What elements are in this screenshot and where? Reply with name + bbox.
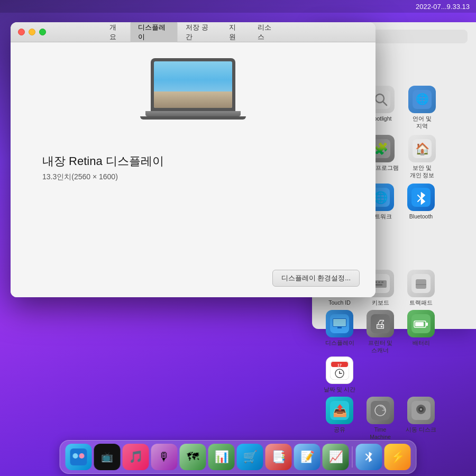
desktop: 2022-07...9.33.13 검색 🍎	[0, 0, 476, 476]
timemachine-icon	[367, 397, 394, 424]
svg-line-68	[366, 457, 369, 460]
dock-item-numbers[interactable]: 📊	[208, 444, 235, 470]
grid-item-trackpad[interactable]: 트랙패드	[402, 270, 440, 307]
svg-point-63	[420, 408, 422, 410]
svg-point-66	[79, 453, 85, 459]
svg-line-67	[366, 454, 369, 457]
dock-item-word[interactable]: 📝	[294, 444, 321, 470]
svg-rect-34	[378, 281, 380, 283]
laptop-screen-inner	[154, 61, 232, 108]
grid-item-display[interactable]: 디스플레이	[321, 310, 359, 354]
svg-rect-35	[381, 281, 383, 283]
display-content: 내장 Retina 디스플레이 13.3인치(2560 × 1600) 디스플레…	[11, 42, 376, 297]
grid-item-security[interactable]: 🏠 보안 및개인 정보	[403, 135, 441, 179]
grid-item-sharing[interactable]: 📤 공유	[321, 397, 359, 441]
dock-item-excel[interactable]: 📈	[323, 444, 349, 470]
dock-item-music[interactable]: 🎵	[123, 444, 149, 470]
dock: 📺 🎵 🎙 🗺 📊 🛒 📑 📝 📈 ⚡	[60, 440, 417, 474]
dock-item-bolt[interactable]: ⚡	[385, 444, 411, 470]
grid-item-timemachine[interactable]: TimeMachine	[361, 397, 399, 441]
startup-icon	[407, 397, 435, 424]
grid-item-startup[interactable]: 시동 디스크	[402, 397, 440, 441]
svg-rect-38	[416, 279, 426, 289]
menubar-time: 2022-07...9.33.13	[416, 3, 470, 11]
datetime-icon: 17	[326, 356, 353, 384]
svg-point-65	[73, 453, 78, 459]
close-button[interactable]	[18, 29, 25, 35]
dock-item-appstore[interactable]: 🛒	[237, 444, 263, 470]
security-icon: 🏠	[408, 135, 436, 162]
svg-rect-49	[426, 323, 428, 326]
battery-icon	[407, 310, 435, 337]
sharing-label: 공유	[334, 426, 345, 434]
keyboard-label: 키보드	[372, 299, 389, 307]
display-title: 내장 Retina 디스플레이	[42, 153, 164, 169]
sharing-icon: 📤	[326, 397, 353, 424]
syspref-window: 개요 디스플레이 저장 공간 지원 리소스 내장 Retina 디스플레이 13…	[11, 22, 376, 297]
dock-item-podcasts[interactable]: 🎙	[151, 444, 178, 470]
svg-text:17: 17	[337, 363, 342, 367]
laptop-screen-outer	[151, 58, 235, 111]
minimize-button[interactable]	[29, 29, 35, 35]
traffic-lights	[18, 29, 46, 35]
grid-item-language[interactable]: 🌐 언어 및지역	[403, 86, 441, 130]
maximize-button[interactable]	[39, 29, 46, 35]
svg-text:🧩: 🧩	[374, 142, 389, 156]
grid-row-4b: 📤 공유 TimeMachine	[312, 396, 476, 442]
printer-icon: 🖨	[367, 310, 394, 337]
svg-rect-43	[337, 327, 342, 328]
svg-text:🌐: 🌐	[416, 93, 429, 105]
datetime-label: 날짜 및 시간	[324, 386, 356, 393]
grid-item-datetime[interactable]: 17 날짜 및 시간	[321, 356, 359, 393]
dock-item-maps[interactable]: 🗺	[180, 444, 206, 470]
grid-item-printer[interactable]: 🖨 프린터 및스캐너	[361, 310, 399, 354]
svg-rect-64	[70, 448, 87, 465]
menubar: 2022-07...9.33.13	[0, 0, 476, 13]
printer-label: 프린터 및스캐너	[368, 340, 393, 354]
laptop-illustration	[140, 58, 246, 138]
svg-text:📤: 📤	[333, 404, 347, 418]
svg-text:🏠: 🏠	[415, 142, 430, 156]
tab-resources[interactable]: 리소스	[250, 22, 284, 44]
svg-rect-48	[415, 322, 424, 326]
trackpad-icon	[407, 270, 435, 297]
bluetooth-label: Bluetooth	[409, 213, 433, 221]
grid-row-4: 디스플레이 🖨 프린터 및스캐너	[312, 308, 476, 396]
grid-item-battery[interactable]: 배터리	[402, 310, 440, 354]
laptop-base	[145, 111, 241, 116]
svg-text:🖨: 🖨	[374, 317, 386, 331]
tab-support[interactable]: 지원	[222, 22, 249, 44]
tab-display[interactable]: 디스플레이	[131, 22, 178, 44]
laptop-bottom	[140, 116, 246, 120]
svg-rect-42	[333, 319, 346, 326]
timemachine-label: TimeMachine	[370, 426, 391, 441]
dock-item-powerpoint[interactable]: 📑	[266, 444, 292, 470]
dock-item-bluetooth[interactable]	[356, 444, 382, 470]
display-resolution: 13.3인치(2560 × 1600)	[42, 172, 118, 182]
grid-item-bluetooth[interactable]: Bluetooth	[402, 184, 440, 227]
language-label: 언어 및지역	[413, 115, 432, 130]
touchid-label: Touch ID	[328, 299, 350, 307]
language-icon: 🌐	[408, 86, 436, 113]
startup-label: 시동 디스크	[406, 426, 436, 434]
window-titlebar: 개요 디스플레이 저장 공간 지원 리소스	[11, 22, 376, 42]
display-icon	[326, 310, 353, 337]
dock-item-finder[interactable]	[66, 444, 92, 470]
tab-storage[interactable]: 저장 공간	[178, 22, 221, 44]
tab-overview[interactable]: 개요	[102, 22, 130, 44]
svg-rect-36	[375, 284, 382, 286]
security-label: 보안 및개인 정보	[410, 164, 435, 179]
svg-rect-58	[371, 401, 390, 420]
window-tabs: 개요 디스플레이 저장 공간 지원 리소스	[102, 22, 285, 44]
display-label: 디스플레이	[325, 340, 354, 347]
dock-divider	[352, 446, 353, 468]
battery-label: 배터리	[413, 340, 430, 347]
dock-item-appletv[interactable]: 📺	[94, 444, 121, 470]
bluetooth-icon	[407, 184, 435, 211]
display-settings-button[interactable]: 디스플레이 환경설정...	[272, 270, 360, 287]
trackpad-label: 트랙패드	[409, 299, 433, 307]
